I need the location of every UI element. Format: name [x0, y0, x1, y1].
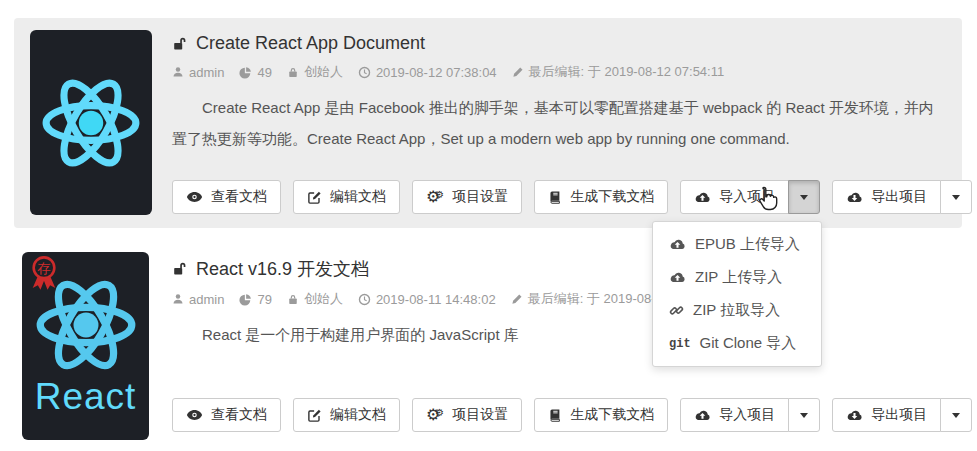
- git-icon: git: [669, 337, 691, 351]
- project-title-row: Create React App Document: [172, 33, 942, 54]
- meta-created: 2019-08-11 14:48:02: [358, 292, 496, 307]
- import-dropdown-menu: EPUB 上传导入 ZIP 上传导入 ZIP 拉取导入 git Git Clon…: [652, 221, 822, 367]
- export-project-button[interactable]: 导出项目: [832, 398, 941, 432]
- cloud-upload-icon: [694, 191, 711, 204]
- cover-title-text: React: [35, 378, 137, 415]
- gears-icon: ⚙⚙: [426, 407, 444, 423]
- export-button-group: 导出项目: [832, 180, 972, 214]
- lock-icon: [287, 66, 299, 79]
- project-actions: 查看文档 编辑文档 ⚙⚙ 项目设置 生成下载文档 导入项目: [172, 180, 972, 214]
- unlock-icon: [172, 261, 188, 277]
- meta-views: 49: [239, 65, 271, 80]
- meta-edited: 最后编辑: 于 2019-08-12 07:54:11: [512, 63, 725, 81]
- gears-icon: ⚙⚙: [426, 189, 444, 205]
- link-icon: [669, 303, 684, 318]
- project-cover[interactable]: 存 React: [22, 252, 149, 440]
- export-dropdown-toggle[interactable]: [940, 398, 972, 432]
- edit-square-icon: [307, 408, 322, 423]
- meta-created: 2019-08-12 07:38:04: [358, 65, 497, 80]
- generate-download-button[interactable]: 生成下载文档: [534, 398, 668, 432]
- edit-square-icon: [307, 190, 322, 205]
- import-button-group: 导入项目: [680, 180, 820, 214]
- view-doc-button[interactable]: 查看文档: [172, 180, 281, 214]
- import-dropdown-toggle[interactable]: [788, 398, 820, 432]
- react-logo-icon: [40, 77, 142, 169]
- menu-item-zip-upload[interactable]: ZIP 上传导入: [653, 261, 821, 294]
- cloud-download-icon: [846, 191, 863, 204]
- meta-views: 79: [239, 292, 271, 307]
- edit-doc-button[interactable]: 编辑文档: [293, 180, 400, 214]
- caret-down-icon: [952, 413, 960, 418]
- project-description: React 是一个用于构建用户界面的 JavaScript 库: [172, 319, 942, 350]
- cloud-upload-icon: [694, 409, 711, 422]
- pie-chart-icon: [239, 66, 252, 79]
- cloud-download-icon: [846, 409, 863, 422]
- project-description: Create React App 是由 Facebook 推出的脚手架，基本可以…: [172, 92, 942, 154]
- project-title-row: React v16.9 开发文档: [172, 257, 942, 281]
- user-icon: [172, 293, 184, 305]
- import-button-group: 导入项目: [680, 398, 820, 432]
- view-doc-button[interactable]: 查看文档: [172, 398, 281, 432]
- menu-item-epub-upload[interactable]: EPUB 上传导入: [653, 228, 821, 261]
- book-icon: [548, 408, 562, 423]
- project-title[interactable]: Create React App Document: [196, 33, 425, 54]
- project-info: Create React App Document admin 49 创始人: [172, 33, 942, 154]
- edit-doc-button[interactable]: 编辑文档: [293, 398, 400, 432]
- meta-role: 创始人: [287, 290, 343, 308]
- project-settings-button[interactable]: ⚙⚙ 项目设置: [412, 180, 522, 214]
- caret-down-icon: [800, 195, 808, 200]
- project-info: React v16.9 开发文档 admin 79 创始人: [172, 257, 942, 350]
- project-settings-button[interactable]: ⚙⚙ 项目设置: [412, 398, 522, 432]
- user-icon: [172, 66, 184, 78]
- pencil-icon: [512, 66, 524, 78]
- unlock-icon: [172, 36, 188, 52]
- meta-author: admin: [172, 65, 224, 80]
- ribbon-badge-icon: 存: [24, 254, 64, 296]
- pie-chart-icon: [239, 293, 252, 306]
- eye-icon: [186, 191, 203, 203]
- export-button-group: 导出项目: [832, 398, 972, 432]
- project-actions: 查看文档 编辑文档 ⚙⚙ 项目设置 生成下载文档 导入项目: [172, 398, 972, 432]
- pencil-icon: [511, 293, 523, 305]
- eye-icon: [186, 409, 203, 421]
- menu-item-git-clone[interactable]: git Git Clone 导入: [653, 327, 821, 360]
- generate-download-button[interactable]: 生成下载文档: [534, 180, 668, 214]
- lock-icon: [287, 293, 299, 306]
- meta-author: admin: [172, 292, 224, 307]
- cloud-upload-icon: [669, 238, 686, 251]
- export-dropdown-toggle[interactable]: [940, 180, 972, 214]
- export-project-button[interactable]: 导出项目: [832, 180, 941, 214]
- caret-down-icon: [800, 413, 808, 418]
- book-icon: [548, 190, 562, 205]
- import-project-button[interactable]: 导入项目: [680, 180, 789, 214]
- clock-icon: [358, 293, 371, 306]
- meta-role: 创始人: [287, 63, 343, 81]
- project-title[interactable]: React v16.9 开发文档: [196, 257, 369, 281]
- clock-icon: [358, 66, 371, 79]
- cloud-upload-icon: [669, 271, 686, 284]
- import-project-button[interactable]: 导入项目: [680, 398, 789, 432]
- project-meta: admin 79 创始人 2019-08-11 14:48:02: [172, 290, 942, 308]
- caret-down-icon: [952, 195, 960, 200]
- svg-text:存: 存: [37, 261, 51, 276]
- import-dropdown-toggle[interactable]: [788, 180, 820, 214]
- project-list-page: Create React App Document admin 49 创始人: [0, 0, 977, 451]
- menu-item-zip-pull[interactable]: ZIP 拉取导入: [653, 294, 821, 327]
- project-cover[interactable]: [30, 30, 152, 215]
- project-meta: admin 49 创始人 2019-08-12 07:38:04: [172, 63, 942, 81]
